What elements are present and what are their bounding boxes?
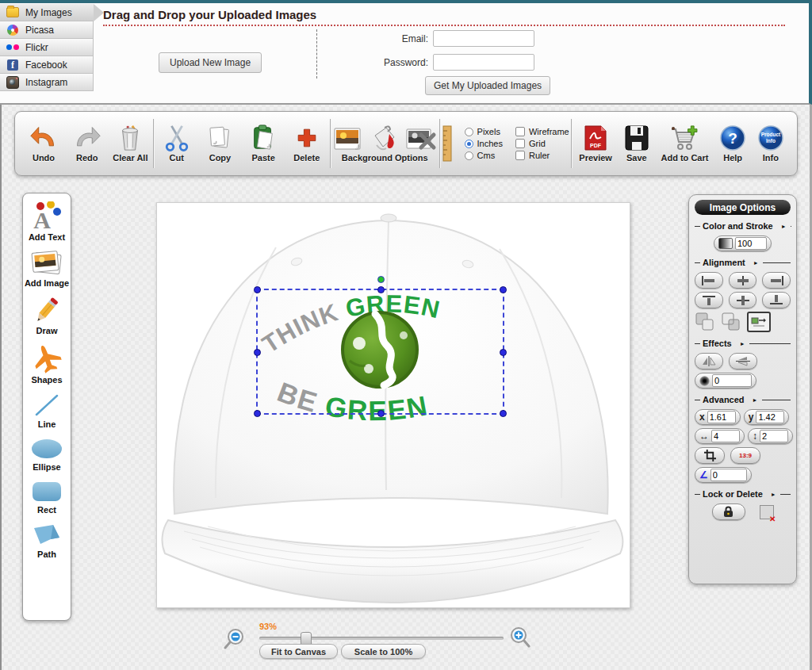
y-position-input[interactable] — [756, 411, 784, 423]
section-alignment[interactable]: Alignment► — [695, 258, 791, 267]
align-center-v-button[interactable] — [729, 292, 757, 308]
x-position-control[interactable]: x — [695, 409, 741, 425]
scale-to-100-button[interactable]: Scale to 100% — [341, 644, 426, 659]
align-left-button[interactable] — [695, 272, 723, 289]
tab-flickr[interactable]: Flickr — [0, 39, 94, 56]
info-button[interactable]: Product Info Info — [753, 124, 789, 163]
checkbox-ruler[interactable]: Ruler — [515, 151, 569, 160]
zoom-out-button[interactable] — [223, 628, 245, 650]
design-canvas[interactable]: THINK GREEN BE GREEN — [156, 202, 630, 608]
upload-new-image-button[interactable]: Upload New Image — [159, 52, 262, 73]
blur-control[interactable] — [695, 373, 756, 389]
checkbox-grid[interactable]: Grid — [515, 139, 569, 148]
get-uploaded-images-button[interactable]: Get My Uploaded Images — [425, 76, 550, 95]
radio-icon — [465, 151, 473, 160]
radio-inches[interactable]: Inches — [465, 139, 503, 148]
zoom-in-button[interactable] — [508, 626, 530, 649]
x-position-input[interactable] — [707, 411, 736, 423]
rotate-handle[interactable] — [377, 276, 385, 283]
resize-handle-n[interactable] — [377, 286, 385, 293]
zoom-slider-track[interactable] — [259, 637, 504, 640]
add-text-tool[interactable]: A Add Text — [29, 201, 65, 242]
align-right-button[interactable] — [762, 272, 791, 289]
section-lock-delete[interactable]: Lock or Delete► — [695, 489, 791, 499]
resize-handle-s[interactable] — [377, 410, 385, 417]
toolbar-separator — [571, 119, 572, 168]
line-tool[interactable]: Line — [32, 392, 62, 429]
radio-pixels[interactable]: Pixels — [465, 127, 503, 136]
opacity-control[interactable] — [714, 235, 772, 251]
redo-button[interactable]: Redo — [67, 124, 108, 163]
section-color-stroke[interactable]: Color and Stroke► — [695, 221, 791, 231]
align-top-button[interactable] — [695, 292, 723, 308]
tab-facebook[interactable]: f Facebook — [0, 56, 94, 74]
copy-button[interactable]: Copy — [199, 124, 240, 163]
crop-button[interactable] — [695, 447, 725, 464]
width-control[interactable]: ↔ — [695, 428, 745, 444]
save-button[interactable]: Save — [619, 124, 654, 163]
add-to-cart-button[interactable]: Add to Cart — [656, 124, 713, 163]
undo-button[interactable]: Undo — [23, 124, 64, 163]
y-position-control[interactable]: y — [744, 409, 790, 425]
delete-object-button[interactable] — [760, 505, 774, 519]
password-field[interactable] — [433, 54, 534, 71]
tab-picasa[interactable]: Picasa — [0, 21, 94, 39]
rotation-angle-control[interactable]: ∠ — [695, 467, 752, 483]
flickr-icon — [6, 41, 19, 54]
lock-button[interactable] — [712, 503, 745, 520]
blur-input[interactable] — [712, 374, 752, 387]
upload-panel: My Images Picasa Flickr f Facebook Insta… — [0, 3, 812, 105]
resize-handle-w[interactable] — [254, 349, 261, 356]
ellipse-tool[interactable]: Ellipse — [29, 436, 64, 472]
add-image-tool[interactable]: Add Image — [25, 249, 69, 288]
checkbox-wireframe[interactable]: Wireframe — [515, 127, 569, 136]
align-center-h-button[interactable] — [729, 272, 757, 289]
height-control[interactable]: ↕ — [748, 428, 793, 444]
page-title: Drag and Drop your Uploaded Images — [103, 8, 316, 21]
position-image-button[interactable] — [747, 312, 771, 332]
tab-instagram[interactable]: Instagram — [0, 74, 94, 91]
selection-box[interactable] — [256, 289, 504, 415]
shapes-tool[interactable]: Shapes — [31, 343, 63, 385]
aspect-ratio-button[interactable]: 13:9 — [730, 447, 760, 464]
tab-label: Flickr — [25, 42, 48, 53]
help-button[interactable]: ? Help — [715, 124, 750, 163]
width-input[interactable] — [711, 430, 740, 442]
path-tool[interactable]: Path — [29, 522, 64, 559]
section-advanced[interactable]: Advanced► — [695, 395, 791, 404]
fit-to-canvas-button[interactable]: Fit to Canvas — [259, 644, 338, 659]
paste-button[interactable]: Paste — [243, 124, 284, 163]
send-backward-button[interactable] — [721, 312, 741, 332]
flip-horizontal-button[interactable] — [695, 353, 723, 369]
resize-handle-ne[interactable] — [500, 286, 507, 293]
align-bottom-button[interactable] — [762, 292, 791, 308]
svg-text:A: A — [33, 207, 51, 232]
background-options-button[interactable]: Background Options — [332, 124, 437, 163]
section-effects[interactable]: Effects► — [695, 339, 791, 348]
aspect-ratio-label: 13:9 — [739, 452, 752, 459]
radio-cms[interactable]: Cms — [465, 151, 503, 160]
flip-horizontal-icon — [702, 356, 716, 366]
tab-my-images[interactable]: My Images — [0, 4, 94, 21]
rect-tool[interactable]: Rect — [29, 479, 64, 515]
height-input[interactable] — [760, 430, 788, 442]
clear-all-button[interactable]: Clear All — [109, 124, 151, 163]
image-options-panel: Image Options Color and Stroke► Alignmen… — [688, 194, 797, 584]
angle-input[interactable] — [710, 469, 747, 481]
remove-image-icon — [405, 125, 437, 152]
cut-button[interactable]: Cut — [156, 124, 197, 163]
folder-icon — [6, 6, 19, 19]
resize-handle-sw[interactable] — [254, 410, 261, 417]
main-toolbar: Undo Redo Clear All — [14, 111, 798, 176]
resize-handle-nw[interactable] — [254, 286, 261, 293]
crop-icon — [704, 450, 716, 461]
resize-handle-se[interactable] — [500, 410, 507, 417]
email-field[interactable] — [433, 30, 534, 47]
delete-button[interactable]: Delete — [286, 124, 327, 163]
resize-handle-e[interactable] — [500, 349, 507, 356]
draw-tool[interactable]: Draw — [32, 295, 62, 335]
preview-button[interactable]: PDF Preview — [574, 124, 617, 163]
opacity-input[interactable] — [735, 237, 767, 250]
flip-vertical-button[interactable] — [729, 353, 757, 369]
bring-forward-button[interactable] — [695, 312, 715, 332]
